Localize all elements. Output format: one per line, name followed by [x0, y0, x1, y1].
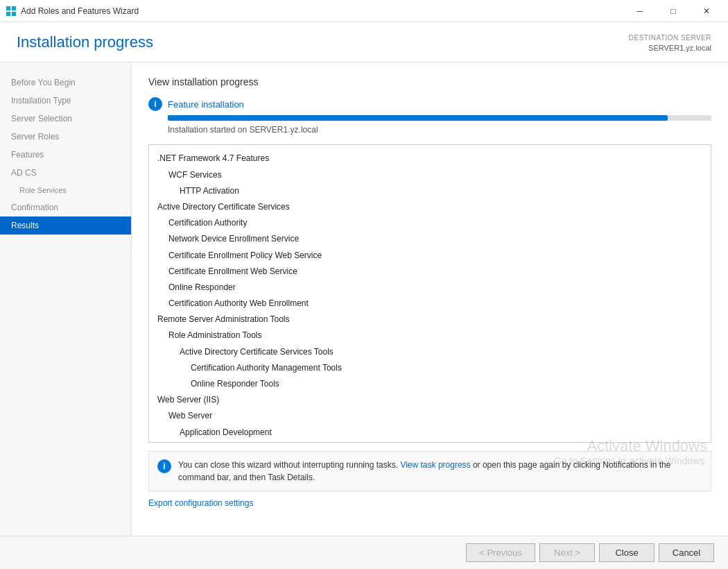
info-box-icon: i: [157, 459, 171, 473]
progress-section: i Feature installation Installation star…: [148, 97, 711, 135]
feature-list-item: Certification Authority Management Tools: [149, 360, 711, 376]
feature-list-item: Certification Authority Web Enrollment: [149, 296, 711, 312]
feature-list-item: Certificate Enrollment Web Service: [149, 264, 711, 280]
feature-list-item: WCF Services: [149, 167, 711, 183]
feature-list-item: Network Device Enrollment Service: [149, 231, 711, 247]
sidebar-item-role-services: Role Services: [0, 182, 131, 198]
progress-bar-fill: [168, 115, 668, 121]
maximize-button[interactable]: □: [657, 0, 689, 22]
window-title: Installation progress: [17, 33, 153, 51]
feature-list-item: Active Directory Certificate Services To…: [149, 344, 711, 360]
sidebar-item-confirmation: Confirmation: [0, 198, 131, 216]
app-icon: [6, 6, 17, 17]
minimize-button[interactable]: ─: [624, 0, 656, 22]
sidebar-item-ad-cs: AD CS: [0, 164, 131, 182]
feature-list-item: Online Responder: [149, 280, 711, 296]
title-bar-text: Add Roles and Features Wizard: [21, 6, 624, 16]
sidebar-item-server-selection: Server Selection: [0, 110, 131, 128]
feature-list-item: Remote Server Administration Tools: [149, 312, 711, 328]
feature-list-item: Active Directory Certificate Services: [149, 199, 711, 215]
svg-rect-3: [12, 12, 16, 16]
sidebar-item-server-roles: Server Roles: [0, 128, 131, 146]
progress-bar-container: [168, 115, 711, 121]
svg-rect-2: [6, 12, 10, 16]
feature-list-item: Certificate Enrollment Policy Web Servic…: [149, 248, 711, 264]
title-bar: Add Roles and Features Wizard ─ □ ✕: [0, 0, 728, 22]
export-config-link[interactable]: Export configuration settings: [148, 498, 711, 508]
window-header: Installation progress DESTINATION SERVER…: [0, 22, 728, 62]
progress-info-icon: i: [148, 97, 162, 111]
sidebar: Before You Begin Installation Type Serve…: [0, 62, 132, 536]
window-body: Before You Begin Installation Type Serve…: [0, 62, 728, 536]
feature-list-item: Web Server: [149, 408, 711, 424]
info-box: i You can close this wizard without inte…: [148, 451, 711, 491]
sidebar-item-results[interactable]: Results: [0, 216, 131, 235]
feature-list-item: ASP: [149, 441, 711, 443]
content-section-title: View installation progress: [148, 76, 711, 87]
destination-value: SERVER1.yz.local: [629, 43, 711, 53]
destination-server: DESTINATION SERVER SERVER1.yz.local: [629, 33, 711, 53]
next-button[interactable]: Next >: [539, 543, 595, 562]
feature-list-item: HTTP Activation: [149, 183, 711, 199]
main-window: Installation progress DESTINATION SERVER…: [0, 22, 728, 569]
cancel-button[interactable]: Cancel: [659, 543, 714, 562]
feature-list-item: Certification Authority: [149, 215, 711, 231]
content-area: View installation progress i Feature ins…: [132, 62, 728, 536]
view-task-progress-link[interactable]: View task progress: [400, 460, 470, 470]
progress-label: Feature installation: [168, 99, 244, 110]
sidebar-item-before-you-begin: Before You Begin: [0, 74, 131, 92]
close-button[interactable]: ✕: [691, 0, 722, 22]
svg-rect-1: [12, 6, 16, 10]
info-box-text: You can close this wizard without interr…: [178, 459, 702, 484]
feature-list-item: Role Administration Tools: [149, 328, 711, 343]
svg-rect-0: [6, 6, 10, 10]
window-controls: ─ □ ✕: [624, 0, 722, 22]
feature-list-item: Application Development: [149, 425, 711, 441]
sidebar-item-installation-type: Installation Type: [0, 92, 131, 110]
feature-list-item: .NET Framework 4.7 Features: [149, 151, 711, 167]
previous-button[interactable]: < Previous: [466, 543, 535, 562]
window-footer: < Previous Next > Close Cancel: [0, 536, 728, 569]
progress-header: i Feature installation: [148, 97, 711, 111]
close-button-footer[interactable]: Close: [599, 543, 655, 562]
feature-list-item: Online Responder Tools: [149, 376, 711, 392]
feature-list-item: Web Server (IIS): [149, 392, 711, 408]
feature-list-box[interactable]: .NET Framework 4.7 FeaturesWCF ServicesH…: [148, 144, 711, 443]
destination-label: DESTINATION SERVER: [629, 33, 711, 43]
sidebar-item-features: Features: [0, 146, 131, 164]
progress-status: Installation started on SERVER1.yz.local: [168, 125, 711, 135]
